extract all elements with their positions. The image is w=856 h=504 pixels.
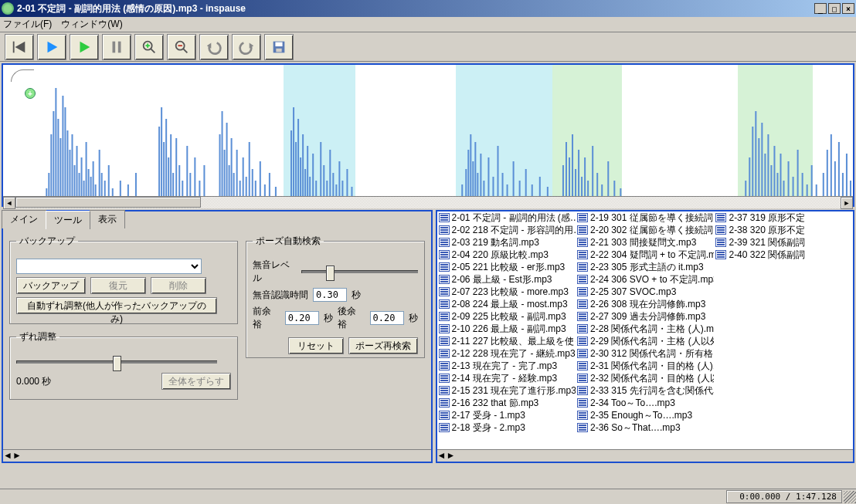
- scroll-right-icon[interactable]: ►: [12, 450, 22, 462]
- svg-rect-87: [304, 169, 306, 196]
- file-list-scrollbar[interactable]: ◄ ►: [437, 449, 853, 462]
- file-item[interactable]: 2-17 受身 - 1.mp3: [437, 409, 576, 421]
- tab-main[interactable]: メイン: [2, 210, 46, 228]
- minimize-button[interactable]: _: [814, 3, 827, 14]
- file-item[interactable]: 2-22 304 疑問詞 + to 不定詞.mp3: [576, 249, 714, 261]
- shift-all-button[interactable]: 全体をずらす: [161, 373, 231, 390]
- svg-line-7: [151, 48, 155, 52]
- file-item[interactable]: 2-18 受身 - 2.mp3: [437, 421, 576, 434]
- menu-window[interactable]: ウィンドウ(W): [61, 18, 122, 31]
- file-item[interactable]: 2-29 関係代名詞・主格 (人以外…: [576, 335, 714, 347]
- silence-level-slider[interactable]: [301, 270, 418, 273]
- scroll-left-icon[interactable]: ◄: [3, 450, 12, 462]
- file-item[interactable]: 2-09 225 比較級 - 副詞.mp3: [437, 310, 576, 323]
- file-item[interactable]: 2-25 307 SVOC.mp3: [576, 286, 714, 298]
- file-item[interactable]: 2-19 301 従属節を導く接続詞 - 1…: [576, 211, 714, 224]
- file-item[interactable]: 2-39 321 関係副詞: [714, 236, 852, 249]
- file-item[interactable]: 2-08 224 最上級 - most.mp3: [437, 298, 576, 310]
- svg-rect-160: [834, 161, 836, 196]
- file-item[interactable]: 2-24 306 SVO + to 不定詞.mp3: [576, 273, 714, 286]
- reset-button[interactable]: リセット: [288, 337, 344, 354]
- file-item[interactable]: 2-23 305 形式主語の it.mp3: [576, 261, 714, 273]
- file-name: 2-03 219 動名詞.mp3: [452, 236, 539, 249]
- file-item[interactable]: 2-16 232 that 節.mp3: [437, 397, 576, 409]
- file-item[interactable]: 2-40 322 関係副詞: [714, 249, 852, 261]
- file-icon: [577, 423, 588, 432]
- silence-time-input[interactable]: [313, 288, 347, 302]
- zoom-out-button[interactable]: [167, 34, 196, 60]
- file-item[interactable]: 2-34 Too～To….mp3: [576, 397, 714, 409]
- scroll-right-icon[interactable]: ►: [841, 197, 853, 209]
- delete-button[interactable]: 削除: [151, 277, 206, 294]
- post-margin-input[interactable]: [370, 311, 404, 325]
- svg-rect-74: [249, 142, 250, 196]
- scroll-left-icon[interactable]: ◄: [3, 197, 15, 209]
- file-item[interactable]: 2-15 231 現在完了進行形.mp3: [437, 384, 576, 397]
- file-item[interactable]: 2-36 So～That….mp3: [576, 421, 714, 434]
- file-item[interactable]: 2-06 最上級 - Est形.mp3: [437, 273, 576, 286]
- file-item[interactable]: 2-28 関係代名詞・主格 (人).mp3: [576, 323, 714, 335]
- file-item[interactable]: 2-37 319 原形不定: [714, 211, 852, 224]
- file-item[interactable]: 2-02 218 不定詞 - 形容詞的用…: [437, 224, 576, 236]
- file-item[interactable]: 2-07 223 比較級 - more.mp3: [437, 286, 576, 298]
- file-item[interactable]: 2-01 不定詞 - 副詞的用法 (感…: [437, 211, 576, 224]
- resize-grip-icon[interactable]: [844, 491, 856, 503]
- auto-adjust-button[interactable]: 自動ずれ調整(他人が作ったバックアップのみ): [16, 297, 217, 314]
- waveform-scrollbar[interactable]: ◄ ►: [3, 196, 853, 208]
- backup-combo[interactable]: [16, 259, 202, 274]
- svg-rect-76: [255, 181, 256, 196]
- pre-margin-input[interactable]: [285, 311, 319, 325]
- file-item[interactable]: 2-12 228 現在完了 - 継続.mp3: [437, 347, 576, 360]
- file-icon: [577, 398, 588, 408]
- save-button[interactable]: [264, 34, 294, 60]
- menu-file[interactable]: ファイル(F): [3, 18, 52, 31]
- restore-button[interactable]: 復元: [90, 277, 146, 294]
- redo-button[interactable]: [232, 34, 261, 60]
- file-item[interactable]: 2-38 320 原形不定: [714, 224, 852, 236]
- shift-slider[interactable]: [16, 360, 217, 364]
- maximize-button[interactable]: □: [828, 3, 841, 14]
- file-item[interactable]: 2-32 関係代名詞・目的格 (人以…: [576, 372, 714, 384]
- file-item[interactable]: 2-03 219 動名詞.mp3: [437, 236, 576, 249]
- skip-back-button[interactable]: [5, 34, 34, 60]
- file-item[interactable]: 2-11 227 比較級、最上級を使った…: [437, 335, 576, 347]
- file-item[interactable]: 2-20 302 従属節を導く接続詞 - 2…: [576, 224, 714, 236]
- file-item[interactable]: 2-26 308 現在分詞修飾.mp3: [576, 298, 714, 310]
- file-item[interactable]: 2-04 220 原級比較.mp3: [437, 249, 576, 261]
- research-button[interactable]: ポーズ再検索: [348, 337, 418, 354]
- svg-rect-65: [224, 150, 226, 196]
- pause-legend: ポーズ自動検索: [253, 235, 324, 248]
- file-item[interactable]: 2-13 現在完了 - 完了.mp3: [437, 360, 576, 372]
- close-button[interactable]: ×: [842, 3, 854, 14]
- file-icon: [577, 213, 588, 222]
- left-panel-scrollbar[interactable]: ◄ ►: [3, 449, 431, 462]
- file-item[interactable]: 2-30 312 関係代名詞・所有格 w…: [576, 347, 714, 360]
- file-item[interactable]: 2-35 Enough～To….mp3: [576, 409, 714, 421]
- file-item[interactable]: 2-10 226 最上級 - 副詞.mp3: [437, 323, 576, 335]
- file-item[interactable]: 2-05 221 比較級 - er形.mp3: [437, 261, 576, 273]
- svg-rect-58: [186, 146, 188, 196]
- undo-button[interactable]: [199, 34, 229, 60]
- file-item[interactable]: 2-33 315 先行詞を含む関係代名…: [576, 384, 714, 397]
- file-item[interactable]: 2-27 309 過去分詞修飾.mp3: [576, 310, 714, 323]
- file-item[interactable]: 2-14 現在完了 - 経験.mp3: [437, 372, 576, 384]
- svg-rect-80: [275, 187, 277, 196]
- file-item[interactable]: 2-21 303 間接疑問文.mp3: [576, 236, 714, 249]
- svg-rect-79: [269, 173, 270, 196]
- pause-button[interactable]: [102, 34, 131, 60]
- zoom-in-button[interactable]: [134, 34, 164, 60]
- scroll-right-icon[interactable]: ►: [446, 450, 455, 462]
- file-item[interactable]: 2-31 関係代名詞・目的格 (人).m…: [576, 360, 714, 372]
- play-green-button[interactable]: [70, 34, 99, 60]
- svg-rect-47: [135, 173, 137, 196]
- tab-tool[interactable]: ツール: [46, 211, 90, 229]
- file-list[interactable]: 2-01 不定詞 - 副詞的用法 (感…2-02 218 不定詞 - 形容詞的用…: [437, 211, 853, 438]
- backup-button[interactable]: バックアップ: [16, 277, 86, 294]
- waveform[interactable]: +: [3, 65, 853, 196]
- file-name: 2-04 220 原級比較.mp3: [452, 249, 549, 261]
- tab-view[interactable]: 表示: [90, 210, 125, 228]
- svg-rect-52: [168, 157, 169, 196]
- scroll-thumb[interactable]: [15, 197, 201, 208]
- play-button[interactable]: [37, 34, 66, 60]
- scroll-left-icon[interactable]: ◄: [437, 450, 447, 462]
